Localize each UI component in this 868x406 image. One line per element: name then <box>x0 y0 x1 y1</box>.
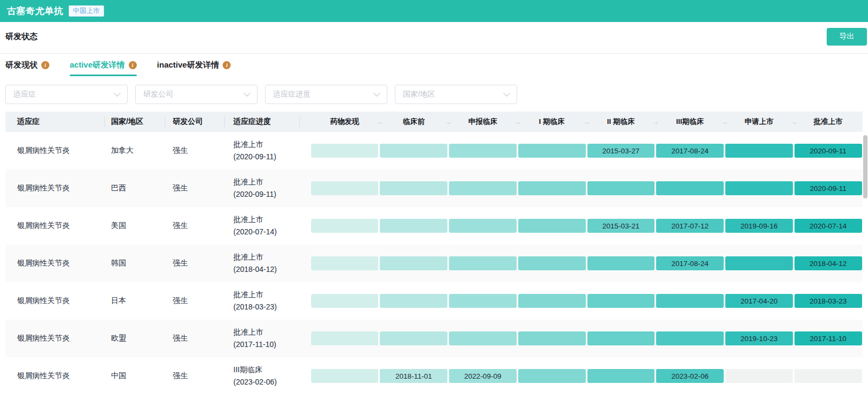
stage-bar-filled <box>380 256 447 270</box>
stage-cell <box>586 357 656 395</box>
progress-lines: 批准上市(2018-03-23) <box>233 289 277 313</box>
stage-cell <box>725 245 794 282</box>
stage-bar-filled <box>518 181 586 195</box>
stage-bar-filled <box>656 181 724 195</box>
stage-bar-filled <box>311 219 379 233</box>
filter-select-company[interactable]: 研发公司 <box>135 85 258 104</box>
stage-bar-filled <box>587 369 655 383</box>
tab-inactive-detail[interactable]: inactive研发详情i <box>157 54 231 76</box>
export-button[interactable]: 导出 <box>827 28 867 46</box>
chevron-down-icon <box>244 90 251 97</box>
progress-date-text: (2018-03-23) <box>233 301 277 313</box>
stage-cell <box>517 169 586 207</box>
table-row: 银屑病性关节炎加拿大强生批准上市(2020-09-11)2015-03-2720… <box>5 132 863 169</box>
stage-bar-pending <box>725 369 793 383</box>
stage-bar-filled <box>656 331 724 345</box>
info-icon[interactable]: i <box>223 61 231 69</box>
progress-stage-text: 批准上市 <box>233 326 276 338</box>
indication-cell: 银屑病性关节炎 <box>5 169 105 207</box>
stage-bar-filled <box>587 294 655 308</box>
stage-bar-filled: 2019-10-23 <box>725 331 793 345</box>
filter-select-progress[interactable]: 适应症进度 <box>265 85 387 104</box>
stage-bar-filled <box>725 256 793 270</box>
stage-header-cell: 申报临床→ <box>448 112 518 132</box>
stage-arrow-icon: → <box>721 117 729 126</box>
stage-cell <box>586 282 656 320</box>
progress-stage-text: 批准上市 <box>233 289 277 301</box>
stage-header-cell: III期临床→ <box>656 112 725 132</box>
stage-bar-filled: 2017-08-24 <box>656 256 724 270</box>
stage-cell <box>379 320 448 357</box>
company-cell: 强生 <box>165 132 224 169</box>
region-cell: 加拿大 <box>105 132 165 169</box>
tab-active-detail[interactable]: active研发详情i <box>70 54 137 76</box>
stage-cell <box>448 169 518 207</box>
tab-status[interactable]: 研发现状i <box>5 54 49 76</box>
stage-header-cell: 批准上市 <box>793 112 863 132</box>
stage-arrow-icon: → <box>376 117 383 126</box>
stage-cell: 2015-03-27 <box>586 132 656 169</box>
stage-cell <box>517 132 586 169</box>
table-body: 银屑病性关节炎加拿大强生批准上市(2020-09-11)2015-03-2720… <box>5 132 863 395</box>
stage-cell <box>793 357 863 395</box>
stage-bar-filled <box>518 256 586 270</box>
progress-date-text: (2023-02-06) <box>233 376 277 388</box>
filter-placeholder: 适应症进度 <box>273 90 311 99</box>
stage-bar-filled <box>725 144 793 158</box>
info-icon[interactable]: i <box>41 61 49 69</box>
stage-cell <box>310 207 379 245</box>
chevron-down-icon <box>114 90 121 97</box>
progress-date-text: (2020-09-11) <box>233 151 276 163</box>
stage-bar-filled: 2018-04-12 <box>795 256 862 270</box>
drug-header-bar: 古塞奇尤单抗 中国上市 <box>0 0 868 22</box>
stage-header-label: II 期临床 <box>607 117 635 127</box>
indication-cell: 银屑病性关节炎 <box>5 207 105 245</box>
stage-cell <box>448 207 518 245</box>
table-row: 银屑病性关节炎韩国强生批准上市(2018-04-12)2017-08-24201… <box>5 245 863 282</box>
progress-lines: III期临床(2023-02-06) <box>233 364 277 388</box>
stage-bar-filled <box>449 144 517 158</box>
tab-label: active研发详情 <box>70 60 125 70</box>
filter-select-indication[interactable]: 适应症 <box>5 85 128 104</box>
info-icon[interactable]: i <box>129 61 137 69</box>
stage-bars-area: 2015-03-212017-07-122019-09-162020-07-14 <box>299 207 863 245</box>
filter-placeholder: 研发公司 <box>143 90 173 99</box>
section-bar: 研发状态 导出 <box>0 22 868 51</box>
stage-cell: 2018-03-23 <box>793 282 863 320</box>
stage-cell <box>517 320 586 357</box>
progress-cell: 批准上市(2020-09-11) <box>224 132 299 169</box>
stage-header-cell: 申请上市→ <box>725 112 794 132</box>
region-cell: 巴西 <box>105 169 165 207</box>
stage-header-label: I 期临床 <box>539 117 565 127</box>
stage-bar-filled <box>380 144 447 158</box>
stage-cell <box>517 245 586 282</box>
stage-bar-filled: 2019-09-16 <box>725 219 793 233</box>
vertical-scrollbar-thumb[interactable] <box>863 135 867 198</box>
stage-bar-filled: 2020-07-14 <box>795 219 862 233</box>
stage-bar-filled: 2017-11-10 <box>795 331 862 345</box>
company-cell: 强生 <box>165 169 224 207</box>
stage-bar-filled <box>311 369 379 383</box>
stage-bars-area: 2017-08-242018-04-12 <box>299 245 863 282</box>
stage-bar-filled <box>311 331 379 345</box>
stage-bar-filled: 2023-02-06 <box>656 369 724 383</box>
indication-cell: 银屑病性关节炎 <box>5 245 105 282</box>
chevron-down-icon <box>373 90 380 97</box>
stage-bar-filled <box>587 181 655 195</box>
stage-cell <box>517 282 586 320</box>
section-title: 研发状态 <box>5 32 38 42</box>
stage-cell <box>448 132 518 169</box>
stage-cell <box>310 132 379 169</box>
stage-bars-area: 2018-11-012022-09-092023-02-06 <box>299 357 863 395</box>
table-row: 银屑病性关节炎日本强生批准上市(2018-03-23)2017-04-20201… <box>5 282 863 320</box>
stage-header-label: 申报临床 <box>468 117 497 127</box>
stage-header-label: 申请上市 <box>745 117 774 127</box>
rd-detail-table: 适应症国家/地区研发公司适应症进度药物发现→临床前→申报临床→I 期临床→II … <box>5 112 863 395</box>
tab-label: inactive研发详情 <box>157 60 219 70</box>
progress-lines: 批准上市(2020-09-11) <box>233 176 276 201</box>
stage-cell <box>517 357 586 395</box>
stage-cell <box>310 169 379 207</box>
filter-select-region[interactable]: 国家/地区 <box>395 85 517 104</box>
stage-bar-filled <box>380 219 447 233</box>
stage-cell <box>310 320 379 357</box>
